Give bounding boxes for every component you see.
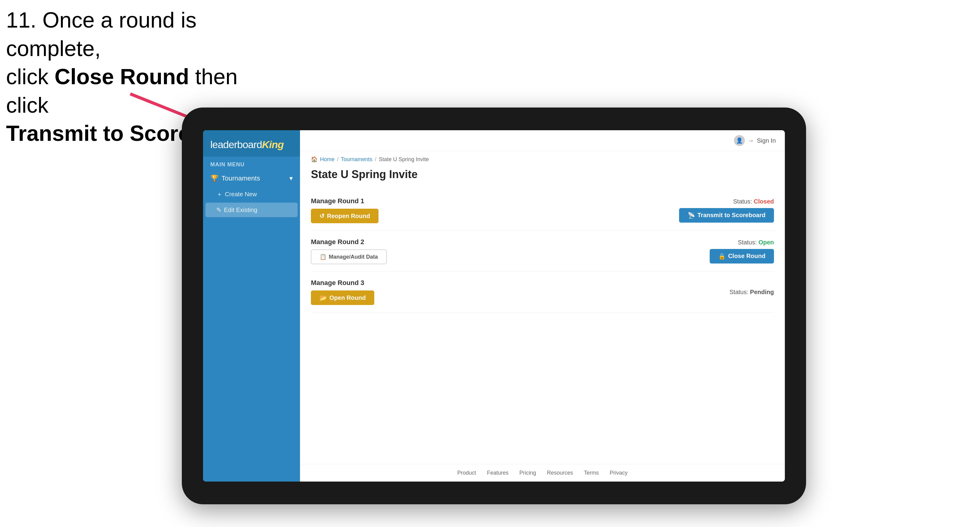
round1-status-value: Closed <box>754 198 774 205</box>
main-content: 👤 → Sign In 🏠 Home / Tournaments / State… <box>300 130 785 482</box>
footer-link-features[interactable]: Features <box>487 470 509 476</box>
round-row-2: Manage Round 2 📋 Manage/Audit Data Statu… <box>311 231 774 272</box>
round3-left: Manage Round 3 📂 Open Round <box>311 279 374 305</box>
sidebar-logo: leaderboardKing <box>203 130 300 157</box>
sidebar-menu-label: MAIN MENU <box>203 157 300 170</box>
sidebar-item-edit-existing[interactable]: ✎ Edit Existing <box>205 203 298 217</box>
round3-status: Status: Pending <box>729 289 774 295</box>
transmit-to-scoreboard-button[interactable]: 📡 Transmit to Scoreboard <box>679 208 774 222</box>
instruction-line1: 11. Once a round is complete, <box>6 8 196 60</box>
breadcrumb-home-link[interactable]: Home <box>320 156 334 163</box>
breadcrumb-home-icon: 🏠 <box>311 156 318 163</box>
round2-label: Manage Round 2 <box>311 238 387 246</box>
round-row-1: Manage Round 1 ↺ Reopen Round Status: Cl… <box>311 190 774 231</box>
breadcrumb-current: State U Spring Invite <box>379 156 429 163</box>
sign-in-area[interactable]: 👤 → Sign In <box>734 135 776 146</box>
open-icon: 📂 <box>320 294 327 302</box>
app-footer: Product Features Pricing Resources Terms… <box>300 464 785 482</box>
round-row-3: Manage Round 3 📂 Open Round Status: Pend… <box>311 272 774 313</box>
breadcrumb-sep1: / <box>337 156 339 163</box>
round1-label: Manage Round 1 <box>311 197 379 205</box>
reopen-round-button[interactable]: ↺ Reopen Round <box>311 209 379 223</box>
page-title: State U Spring Invite <box>311 168 774 181</box>
footer-link-terms[interactable]: Terms <box>584 470 599 476</box>
close-round-button[interactable]: 🔒 Close Round <box>710 249 774 264</box>
manage-audit-data-button[interactable]: 📋 Manage/Audit Data <box>311 249 387 264</box>
transmit-icon: 📡 <box>687 212 695 219</box>
breadcrumb-sep2: / <box>375 156 376 163</box>
footer-link-pricing[interactable]: Pricing <box>519 470 536 476</box>
footer-link-resources[interactable]: Resources <box>547 470 573 476</box>
instruction-line2: click <box>6 65 54 89</box>
round3-right: Status: Pending <box>729 289 774 295</box>
top-header: 👤 → Sign In <box>300 130 785 151</box>
round2-status-value: Open <box>759 239 774 246</box>
sign-in-arrow-icon: → <box>748 137 754 144</box>
round3-status-value: Pending <box>750 289 774 295</box>
footer-link-privacy[interactable]: Privacy <box>610 470 628 476</box>
round1-status: Status: Closed <box>733 198 774 205</box>
edit-icon: ✎ <box>216 206 221 214</box>
tablet-screen: leaderboardKing MAIN MENU 🏆 Tournaments … <box>203 130 785 482</box>
breadcrumb-tournaments-link[interactable]: Tournaments <box>341 156 372 163</box>
plus-icon: ＋ <box>216 190 223 198</box>
user-avatar: 👤 <box>734 135 745 146</box>
reopen-icon: ↺ <box>320 212 325 220</box>
breadcrumb: 🏠 Home / Tournaments / State U Spring In… <box>300 151 785 165</box>
trophy-icon: 🏆 <box>210 175 218 183</box>
round1-left: Manage Round 1 ↺ Reopen Round <box>311 197 379 223</box>
round2-right: Status: Open 🔒 Close Round <box>710 239 774 264</box>
round2-status: Status: Open <box>738 239 774 246</box>
round1-right: Status: Closed 📡 Transmit to Scoreboard <box>679 198 774 222</box>
sidebar-item-tournaments[interactable]: 🏆 Tournaments ▾ <box>203 170 300 187</box>
round3-label: Manage Round 3 <box>311 279 374 287</box>
audit-icon: 📋 <box>320 254 326 260</box>
app-layout: leaderboardKing MAIN MENU 🏆 Tournaments … <box>203 130 785 482</box>
close-icon: 🔒 <box>718 252 726 260</box>
page-body: State U Spring Invite Manage Round 1 ↺ R… <box>300 165 785 464</box>
round2-left: Manage Round 2 📋 Manage/Audit Data <box>311 238 387 264</box>
chevron-down-icon: ▾ <box>290 175 293 183</box>
app-logo: leaderboardKing <box>210 139 293 151</box>
open-round-button[interactable]: 📂 Open Round <box>311 290 374 305</box>
sidebar-item-create-new[interactable]: ＋ Create New <box>203 187 300 202</box>
tablet-device: leaderboardKing MAIN MENU 🏆 Tournaments … <box>182 108 806 504</box>
sidebar: leaderboardKing MAIN MENU 🏆 Tournaments … <box>203 130 300 482</box>
footer-link-product[interactable]: Product <box>457 470 476 476</box>
instruction-bold1: Close Round <box>54 65 189 89</box>
